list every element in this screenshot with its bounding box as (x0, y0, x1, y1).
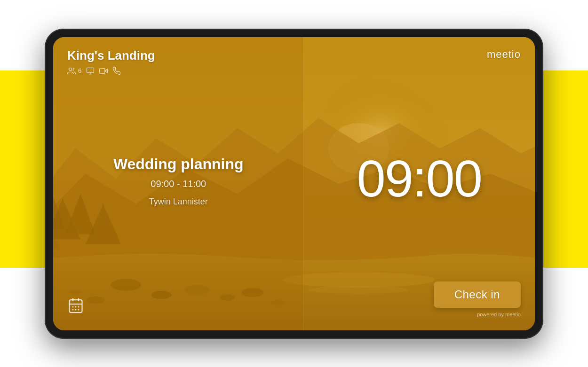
clock-time: 09:00 (357, 153, 482, 204)
display-icon (86, 67, 95, 75)
capacity-count: 6 (78, 67, 81, 74)
meeting-organizer: Tywin Lannister (149, 197, 208, 207)
bottom-right-area: Check in powered by meetio (434, 281, 521, 317)
svg-marker-17 (105, 69, 107, 73)
room-name: King's Landing (67, 48, 289, 63)
tablet-screen: King's Landing 6 (53, 37, 535, 330)
meetio-logo: meetio (487, 48, 521, 61)
room-icons: 6 (67, 67, 289, 75)
phone-icon-wrap (112, 67, 121, 75)
calendar-svg (67, 297, 84, 314)
people-capacity-icon: 6 (67, 67, 81, 75)
meeting-info: Wedding planning 09:00 - 11:00 Tywin Lan… (53, 156, 303, 207)
bottom-left-area (67, 297, 84, 317)
svg-rect-18 (100, 68, 105, 73)
tablet-frame: King's Landing 6 (45, 29, 543, 339)
people-icon (67, 67, 76, 75)
meeting-title: Wedding planning (113, 156, 244, 173)
phone-icon (112, 67, 121, 75)
display-icon-wrap (86, 67, 95, 75)
meeting-time: 09:00 - 11:00 (151, 179, 206, 189)
clock-display: 09:00 (303, 153, 535, 204)
svg-point-13 (69, 68, 72, 70)
calendar-icon[interactable] (67, 301, 84, 317)
svg-rect-14 (87, 68, 94, 73)
checkin-button[interactable]: Check in (434, 281, 521, 308)
powered-by-text: powered by meetio (477, 312, 521, 317)
video-icon-wrap (99, 67, 108, 75)
video-icon (99, 67, 108, 75)
